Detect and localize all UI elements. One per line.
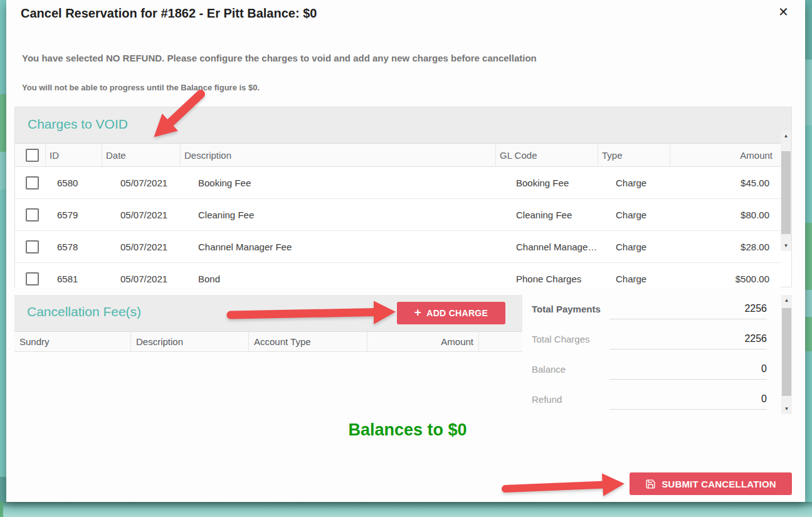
submit-cancellation-button[interactable]: SUBMIT CANCELLATION <box>630 472 792 495</box>
fees-panel-header: Cancellation Fee(s) + ADD CHARGE <box>14 295 522 332</box>
cell-id: 6578 <box>46 231 102 262</box>
cell-type: Charge <box>598 167 670 198</box>
scrollbar-thumb[interactable] <box>782 308 791 396</box>
charge-table-row[interactable]: 6579 05/07/2021 Cleaning Fee Cleaning Fe… <box>15 199 781 231</box>
charges-to-void-panel: Charges to VOID ID Date Description GL C… <box>14 107 792 287</box>
totals-value-field: 0 <box>609 359 767 380</box>
add-charge-button[interactable]: + ADD CHARGE <box>397 302 505 324</box>
cell-date: 05/07/2021 <box>102 263 181 287</box>
totals-row: Total Charges 2256 <box>525 325 776 355</box>
cell-type: Charge <box>598 199 670 230</box>
header-description: Description <box>181 144 496 166</box>
cell-amount: $80.00 <box>670 199 781 230</box>
cancel-reservation-dialog: Cancel Reservation for #1862 - Er Pitt B… <box>6 0 805 502</box>
cell-date: 05/07/2021 <box>102 199 181 230</box>
add-charge-label: ADD CHARGE <box>426 308 488 318</box>
cell-amount: $45.00 <box>670 167 781 198</box>
cell-gl-code: Booking Fee <box>496 167 598 198</box>
charges-panel-header: Charges to VOID <box>15 107 791 144</box>
row-checkbox[interactable] <box>26 240 39 253</box>
totals-value: 2256 <box>744 333 767 344</box>
cell-gl-code: Channel Manage… <box>496 231 598 262</box>
totals-row: Total Payments 2256 <box>525 295 776 325</box>
header-sundry: Sundry <box>14 332 131 351</box>
cell-type: Charge <box>598 263 670 287</box>
row-checkbox[interactable] <box>26 272 39 285</box>
totals-row: Refund 0 <box>525 385 776 415</box>
totals-row: Balance 0 <box>525 355 776 385</box>
header-date: Date <box>102 144 181 166</box>
charges-scrollbar[interactable]: ▲ ▼ <box>781 131 791 251</box>
scroll-down-icon[interactable]: ▼ <box>781 240 791 251</box>
charges-panel-title: Charges to VOID <box>28 117 128 132</box>
totals-value: 2256 <box>744 303 767 314</box>
totals-value-field: 0 <box>609 389 767 410</box>
header-type: Type <box>598 144 670 166</box>
instruction-primary: You have selected NO REFUND. Please conf… <box>22 53 537 63</box>
charge-table-row[interactable]: 6580 05/07/2021 Booking Fee Booking Fee … <box>15 167 781 199</box>
cell-type: Charge <box>598 231 670 262</box>
select-all-checkbox[interactable] <box>26 149 39 162</box>
dialog-title: Cancel Reservation for #1862 - Er Pitt B… <box>21 6 317 21</box>
cell-gl-code: Cleaning Fee <box>496 199 598 230</box>
scroll-down-icon[interactable]: ▼ <box>781 403 792 414</box>
cell-description: Cleaning Fee <box>181 199 496 230</box>
scroll-up-icon[interactable]: ▲ <box>781 295 792 306</box>
cell-date: 05/07/2021 <box>102 231 181 262</box>
totals-label: Balance <box>532 364 566 375</box>
row-checkbox-cell <box>15 199 46 230</box>
totals-value-field: 2256 <box>609 299 767 319</box>
header-fee-amount: Amount <box>367 332 479 351</box>
cell-amount: $28.00 <box>670 231 781 262</box>
select-all-cell <box>15 144 46 166</box>
header-account-type: Account Type <box>249 332 367 351</box>
scroll-up-icon[interactable]: ▲ <box>781 131 791 141</box>
row-checkbox-cell <box>15 167 46 198</box>
fees-table-header: Sundry Description Account Type Amount <box>14 332 522 352</box>
header-gl-code: GL Code <box>496 144 598 166</box>
row-checkbox[interactable] <box>26 176 39 189</box>
header-fee-description: Description <box>131 332 249 351</box>
totals-label: Total Charges <box>532 334 590 344</box>
totals-scrollbar[interactable]: ▲ ▼ <box>781 295 792 414</box>
totals-value: 0 <box>761 393 767 404</box>
header-amount: Amount <box>670 144 791 166</box>
balances-note: Balances to $0 <box>301 420 514 440</box>
charges-table-header: ID Date Description GL Code Type Amount <box>15 144 791 167</box>
save-icon <box>645 479 656 489</box>
header-id: ID <box>46 144 102 166</box>
charge-table-row[interactable]: 6581 05/07/2021 Bond Phone Charges Charg… <box>15 263 781 287</box>
cell-description: Channel Manager Fee <box>181 231 496 262</box>
cell-id: 6580 <box>46 167 102 198</box>
row-checkbox-cell <box>15 231 46 262</box>
cancellation-fees-panel: Cancellation Fee(s) + ADD CHARGE Sundry … <box>14 295 522 352</box>
charges-table-body: 6580 05/07/2021 Booking Fee Booking Fee … <box>15 167 781 287</box>
charge-table-row[interactable]: 6578 05/07/2021 Channel Manager Fee Chan… <box>15 231 781 263</box>
instruction-secondary: You will not be able to progress until t… <box>22 83 260 92</box>
cell-description: Bond <box>181 263 496 287</box>
cell-date: 05/07/2021 <box>102 167 181 198</box>
close-icon[interactable]: ✕ <box>778 4 789 19</box>
header-actions-spacer <box>479 332 522 351</box>
plus-icon: + <box>414 306 421 319</box>
totals-label: Refund <box>532 394 562 405</box>
cell-gl-code: Phone Charges <box>496 263 598 287</box>
cell-description: Booking Fee <box>181 167 496 198</box>
fees-panel-title: Cancellation Fee(s) <box>27 304 141 319</box>
submit-cancellation-label: SUBMIT CANCELLATION <box>662 479 776 489</box>
cell-amount: $500.00 <box>670 263 781 287</box>
row-checkbox-cell <box>15 263 46 287</box>
totals-value: 0 <box>761 363 767 374</box>
cell-id: 6579 <box>46 199 102 230</box>
row-checkbox[interactable] <box>26 208 39 221</box>
totals-label: Total Payments <box>532 304 601 314</box>
scrollbar-thumb[interactable] <box>781 151 791 234</box>
cell-id: 6581 <box>46 263 102 287</box>
totals-panel: Total Payments 2256 Total Charges 2256 B… <box>525 295 776 415</box>
totals-value-field: 2256 <box>609 329 767 349</box>
